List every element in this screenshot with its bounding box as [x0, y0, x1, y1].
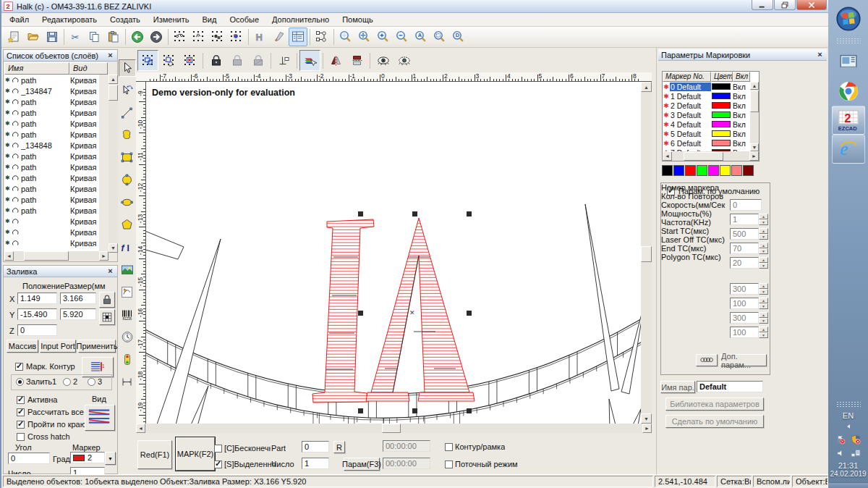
- zoom-out-button[interactable]: [393, 28, 412, 46]
- mark-button[interactable]: МАРК(F2): [176, 437, 215, 471]
- letter-L-right-serif[interactable]: [418, 392, 475, 401]
- param-field[interactable]: 300: [730, 283, 759, 295]
- marker-row-5[interactable]: ✱5 DefaultВкл: [663, 129, 759, 138]
- close-button[interactable]: [796, 0, 827, 10]
- node-edit-4-button[interactable]: [227, 28, 246, 46]
- put-origin-button[interactable]: [273, 50, 294, 71]
- param-f3-button[interactable]: Парам(F3): [344, 458, 380, 471]
- letter-I-hatched[interactable]: [312, 219, 374, 403]
- node-edit-2-button[interactable]: [190, 28, 208, 46]
- object-row-7[interactable]: ✱pathКривая: [4, 151, 99, 161]
- object-row-5[interactable]: ✱pathКривая: [4, 129, 99, 140]
- mirror-horizontal-button[interactable]: [326, 50, 346, 71]
- fill3-radio[interactable]: [88, 378, 95, 386]
- language-indicator[interactable]: EN: [843, 411, 854, 420]
- y-position-field[interactable]: -15.490: [17, 308, 57, 320]
- selection-handle-0[interactable]: [358, 211, 363, 216]
- marker-row-1[interactable]: ✱1 DefaultВкл: [663, 91, 759, 101]
- redo-button[interactable]: [147, 28, 166, 46]
- contour-frame-checkbox[interactable]: [445, 443, 453, 451]
- zoom-window-button[interactable]: [336, 28, 355, 46]
- param-field[interactable]: 100: [730, 298, 759, 309]
- hatch-tool-button[interactable]: H: [251, 28, 270, 46]
- reset-part-button[interactable]: R: [333, 441, 345, 453]
- param-field[interactable]: 300: [730, 312, 759, 324]
- marker-row-4[interactable]: ✱4 DefaultВкл: [663, 119, 759, 129]
- draw-circle-tool[interactable]: [119, 172, 136, 189]
- clock-time[interactable]: 21:31: [838, 461, 859, 470]
- action-center-icon[interactable]: [835, 434, 846, 445]
- draw-curve-tool[interactable]: [119, 127, 136, 144]
- select-rotate-button[interactable]: [158, 50, 179, 71]
- visibility-icon[interactable]: ✱: [5, 207, 12, 214]
- object-row-6[interactable]: ✱_134848Кривая: [4, 140, 99, 151]
- close-icon[interactable]: ×: [106, 51, 114, 59]
- param-field[interactable]: 1: [730, 214, 759, 225]
- selection-handle-7[interactable]: [467, 408, 472, 413]
- network-icon[interactable]: [851, 448, 861, 458]
- visibility-icon[interactable]: ✱: [5, 185, 12, 192]
- zoom-select-button[interactable]: [430, 28, 449, 46]
- menu-7[interactable]: Помощь: [336, 14, 380, 25]
- object-list-vscrollbar[interactable]: ▲ ▼: [109, 75, 118, 253]
- letter-L-left-serif[interactable]: [366, 392, 409, 401]
- select-frame-button[interactable]: [137, 50, 158, 71]
- column-header-type[interactable]: Вид: [69, 62, 108, 75]
- visibility-icon[interactable]: ✱: [5, 164, 12, 170]
- selection-handle-6[interactable]: [412, 408, 417, 413]
- angle-field[interactable]: 0: [8, 453, 50, 464]
- selection-handle-4[interactable]: [467, 311, 472, 316]
- spinner[interactable]: ▲▼: [759, 243, 768, 254]
- set-default-button[interactable]: Сделать по умолчанию: [665, 415, 764, 428]
- restore-button[interactable]: [774, 0, 796, 10]
- select-arrow-tool[interactable]: [119, 59, 136, 77]
- object-list-hscrollbar[interactable]: ◄ ►: [4, 251, 109, 261]
- draw-text-tool[interactable]: fI: [119, 239, 136, 256]
- taskbar-grip[interactable]: [836, 38, 861, 43]
- lock-aspect-button[interactable]: [99, 292, 115, 308]
- object-row-12[interactable]: ✱pathКривая: [4, 205, 99, 216]
- draw-delay-tool[interactable]: [119, 351, 136, 369]
- calc-all-checkbox[interactable]: [17, 408, 25, 416]
- spinner[interactable]: ▲▼: [759, 298, 768, 309]
- node-edit-1-button[interactable]: [171, 28, 190, 46]
- part-field[interactable]: 0: [302, 441, 329, 453]
- anchor-grid-button[interactable]: [99, 309, 115, 325]
- pick-color-button[interactable]: [299, 50, 320, 71]
- taskbar-ie[interactable]: e: [832, 135, 865, 164]
- param-field[interactable]: 100: [730, 327, 759, 338]
- draw-rect-tool[interactable]: [119, 149, 136, 167]
- x-position-field[interactable]: 1.149: [17, 293, 57, 304]
- save-button[interactable]: [43, 28, 61, 46]
- spinner[interactable]: ▲▼: [759, 228, 768, 240]
- taskbar-app-window[interactable]: [832, 48, 865, 77]
- draw-spline-tool[interactable]: [119, 374, 136, 391]
- object-row-11[interactable]: ✱pathКривая: [4, 194, 99, 205]
- security-alert-icon[interactable]: [851, 434, 861, 445]
- apply-button[interactable]: Применить: [78, 340, 116, 353]
- marker-select-arrow[interactable]: ▼: [105, 452, 116, 465]
- draw-polygon-tool[interactable]: [119, 216, 136, 234]
- selection-handle-5[interactable]: [358, 408, 363, 413]
- object-row-9[interactable]: ✱pathКривая: [4, 172, 99, 183]
- draw-line-tool[interactable]: [119, 104, 136, 122]
- view-preview-button[interactable]: [85, 405, 115, 431]
- close-icon[interactable]: ×: [816, 51, 824, 59]
- object-struct-button[interactable]: [312, 28, 331, 46]
- hatched-letters[interactable]: [312, 218, 475, 403]
- visibility-icon[interactable]: ✱: [5, 120, 12, 127]
- object-row-0[interactable]: ✱pathКривая: [4, 75, 99, 85]
- wobble-button[interactable]: [696, 354, 718, 366]
- count-field[interactable]: 1: [302, 458, 329, 469]
- new-file-button[interactable]: [5, 28, 24, 46]
- paste-button[interactable]: [104, 28, 123, 46]
- menu-0[interactable]: Файл: [3, 14, 35, 25]
- param-name-field[interactable]: Default: [697, 381, 763, 392]
- visibility-icon[interactable]: ✱: [5, 98, 12, 105]
- show-all-button[interactable]: [373, 50, 393, 71]
- draw-time-tool[interactable]: [119, 329, 136, 346]
- visibility-icon[interactable]: ✱: [5, 153, 12, 159]
- node-edit-tool[interactable]: [119, 82, 136, 99]
- draw-image-tool[interactable]: [119, 261, 136, 279]
- menu-4[interactable]: Вид: [195, 14, 223, 25]
